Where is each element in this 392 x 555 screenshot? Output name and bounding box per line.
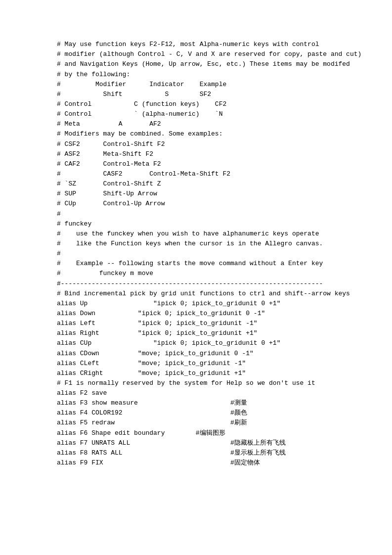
code-line: #---------------------------------------… [57,279,372,289]
code-line: # use the funckey when you wish to have … [57,229,372,239]
code-line: alias Left "ipick 0; ipick_to_gridunit -… [57,319,372,328]
code-line: # like the Function keys when the cursor… [57,239,372,249]
code-line: alias CLeft "move; ipick_to_gridunit -1" [57,359,372,369]
code-line: # funckey m move [57,269,372,278]
code-line: alias F5 redraw #刷新 [57,418,372,428]
code-line: alias F3 show measure #测量 [57,398,372,408]
code-line: # modifier (although Control - C, V and … [57,49,372,59]
code-line: # CAF2 Control-Meta F2 [57,159,372,169]
code-line: alias F2 save [57,388,372,398]
code-line: alias F4 COLOR192 #颜色 [57,408,372,418]
code-line: alias F6 Shape edit boundary #编辑图形 [57,428,372,438]
code-line: # `SZ Control-Shift Z [57,179,372,189]
code-line: # Meta A AF2 [57,119,372,129]
code-line: alias CDown "move; ipick_to_gridunit 0 -… [57,349,372,359]
code-line: # F1 is normally reserved by the system … [57,378,372,388]
code-line: # May use function keys F2-F12, most Alp… [57,40,372,49]
code-line: alias Right "ipick 0; ipick_to_gridunit … [57,328,372,338]
code-line: alias CUp "ipick 0; ipick_to_gridunit 0 … [57,338,372,348]
code-line: # funckey [57,219,372,229]
code-line: alias F7 UNRATS ALL #隐藏板上所有飞线 [57,438,372,448]
code-line: # ASF2 Meta-Shift F2 [57,149,372,159]
code-line: # Shift S SF2 [57,90,372,99]
code-line: # Modifier Indicator Example [57,80,372,90]
code-line: # Control C (function keys) CF2 [57,99,372,109]
code-line: # SUP Shift-Up Arrow [57,189,372,199]
code-line: # CSF2 Control-Shift F2 [57,139,372,149]
code-line: # Example -- following starts the move c… [57,259,372,269]
code-line: alias Down "ipick 0; ipick_to_gridunit 0… [57,309,372,319]
code-line: # CASF2 Control-Meta-Shift F2 [57,169,372,179]
code-line: # and Navigation Keys (Home, Up arrow, E… [57,59,372,69]
code-line: alias F8 RATS ALL #显示板上所有飞线 [57,448,372,458]
code-line: # [57,209,372,219]
code-line: # by the following: [57,70,372,80]
code-line: # CUp Control-Up Arrow [57,199,372,209]
code-line: # Bind incremental pick by grid unit fun… [57,289,372,299]
code-line: # [57,249,372,259]
code-line: # Control ` (alpha-numeric) `N [57,109,372,119]
code-line: alias Up "ipick 0; ipick_to_gridunit 0 +… [57,299,372,309]
code-content: # May use function keys F2-F12, most Alp… [57,30,372,468]
code-line: # Modifiers may be combined. Some exampl… [57,129,372,139]
code-line: alias F9 FIX #固定物体 [57,458,372,468]
code-line: alias CRight "move; ipick_to_gridunit +1… [57,369,372,378]
